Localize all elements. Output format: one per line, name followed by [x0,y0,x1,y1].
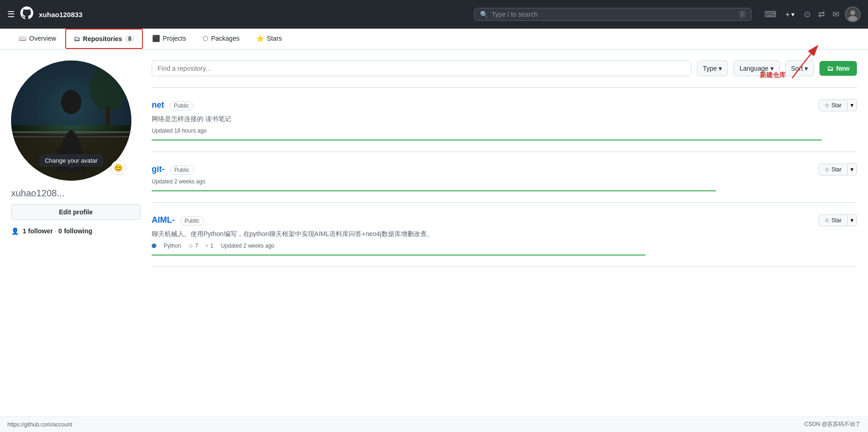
search-icon: 🔍 [480,11,488,18]
main-layout: Change your avatar 😊 xuhao1208... Edit p… [0,49,868,278]
tab-projects-label: Projects [163,35,186,42]
repo-name-visibility: AIML- Public [152,215,204,225]
repositories-icon: 🗂 [74,35,80,43]
repo-bar [152,140,822,140]
followers-icon: 👤 [11,227,19,235]
repo-item-header: net Public ☆ Star ▾ [152,99,857,111]
tab-packages-label: Packages [211,35,239,42]
star-label: Star [831,102,842,109]
sort-button[interactable]: Sort ▾ [785,61,814,76]
star-dropdown-button[interactable]: ▾ [848,163,857,176]
language-filter-button[interactable]: Language ▾ [733,61,779,76]
tab-overview-label: Overview [29,35,56,42]
profile-username: xuhao1208... [11,188,141,199]
header-username: xuhao120833 [39,11,82,18]
follow-separator: · [55,227,56,235]
user-avatar[interactable] [845,6,861,22]
repo-visibility-badge: Public [180,216,204,225]
star-repo-button[interactable]: ☆ Star [819,99,848,111]
followers-count: 1 [23,227,26,235]
star-dropdown-button[interactable]: ▾ [848,214,857,226]
sort-chevron: ▾ [805,65,808,72]
tab-packages[interactable]: ⬡ Packages [195,29,246,49]
repo-item-header: AIML- Public ☆ Star ▾ [152,214,857,226]
star-icon: ☆ [825,102,830,109]
repo-item: git- Public ☆ Star ▾ Updated 2 we [152,152,857,203]
svg-rect-11 [106,107,110,125]
star-repo-button[interactable]: ☆ Star [819,164,848,176]
profile-sidebar: Change your avatar 😊 xuhao1208... Edit p… [11,61,141,267]
tab-repositories-label: Repositories [83,35,122,43]
repo-name-link[interactable]: AIML- [152,215,175,225]
follow-stats: 👤 1 follower · 0 following [11,227,141,235]
svg-point-1 [850,10,856,15]
repo-item: AIML- Public ☆ Star ▾ 聊天机械人。使用Python编写，在… [152,203,857,267]
search-slash-badge: / [739,11,745,18]
profile-nav: 📖 Overview 🗂 Repositories 8 ⬛ Projects ⬡… [0,29,868,49]
inbox-icon-button[interactable]: ✉ [831,7,841,21]
star-button-group: ☆ Star ▾ [819,163,857,176]
create-new-button[interactable]: + ▾ [782,9,798,20]
repo-visibility-badge: Public [170,101,193,110]
repo-bar [152,190,716,191]
pull-requests-icon-button[interactable]: ⇄ [816,7,827,21]
language-filter-chevron: ▾ [770,65,774,72]
repo-meta: Updated 18 hours ago [152,128,857,134]
new-repo-button[interactable]: 🗂 New [819,61,857,76]
tab-projects[interactable]: ⬛ Projects [145,29,194,49]
followers-link[interactable]: follower [28,227,53,235]
search-repo-input[interactable] [152,61,691,76]
repo-description: 网络是怎样连接的 读书笔记 [152,114,857,124]
repo-item-header: git- Public ☆ Star ▾ [152,163,857,176]
sort-label: Sort [791,65,803,72]
search-placeholder-text: Type / to search [492,11,736,18]
overview-icon: 📖 [18,35,26,42]
star-icon: ☆ [825,166,830,173]
projects-icon: ⬛ [152,35,160,42]
following-link[interactable]: following [64,227,92,235]
star-button-group: ☆ Star ▾ [819,99,857,111]
repo-name-visibility: git- Public [152,164,194,175]
github-logo[interactable] [20,6,33,23]
following-count: 0 [58,227,62,235]
issues-icon-button[interactable]: ⊙ [802,7,813,21]
type-filter-button[interactable]: Type ▾ [697,61,728,76]
repo-toolbar: Type ▾ Language ▾ Sort ▾ 🗂 New [152,61,857,76]
repo-meta: Updated 2 weeks ago [152,178,857,185]
search-bar[interactable]: 🔍 Type / to search / [474,8,751,21]
repo-visibility-badge: Public [170,165,194,175]
star-dropdown-chevron: ▾ [850,102,854,109]
star-repo-button[interactable]: ☆ Star [819,214,848,226]
repo-name-visibility: net Public [152,100,193,110]
stars-icon: ⭐ [256,35,264,42]
terminal-icon-button[interactable]: ⌨ [763,7,778,21]
type-filter-label: Type [703,65,717,72]
repo-description: 聊天机械人。使用Python编写，在python聊天框架中实现AIML语料库问答… [152,229,857,239]
tab-overview[interactable]: 📖 Overview [11,29,63,49]
new-repo-label: New [836,65,850,72]
tab-stars-label: Stars [267,35,282,42]
star-icon: ☆ [825,217,830,224]
repo-bar [152,255,646,256]
repo-stars: ☆ 7 [188,243,198,249]
repo-name-link[interactable]: git- [152,164,165,174]
repo-item: net Public ☆ Star ▾ 网络是怎样连接的 读书笔记 [152,88,857,152]
edit-profile-button[interactable]: Edit profile [11,204,141,220]
repository-list: net Public ☆ Star ▾ 网络是怎样连接的 读书笔记 [152,87,857,267]
star-label: Star [831,217,842,224]
emoji-picker-icon[interactable]: 😊 [111,160,126,175]
language-filter-label: Language [739,65,768,72]
packages-icon: ⬡ [203,35,208,42]
tab-stars[interactable]: ⭐ Stars [249,29,289,49]
star-dropdown-button[interactable]: ▾ [848,99,857,111]
repo-meta: Python ☆ 7 ⑂ 1 Updated 2 weeks ago [152,243,857,249]
svg-point-8 [61,90,81,114]
star-dropdown-chevron: ▾ [850,217,854,224]
repositories-content: Type ▾ Language ▾ Sort ▾ 🗂 New [152,61,857,267]
tab-repositories[interactable]: 🗂 Repositories 8 [65,29,143,49]
repo-name-link[interactable]: net [152,100,164,110]
repo-language: Python [164,243,181,249]
hamburger-menu[interactable]: ☰ [7,9,15,19]
star-button-group: ☆ Star ▾ [819,214,857,226]
repositories-count-badge: 8 [125,35,135,43]
